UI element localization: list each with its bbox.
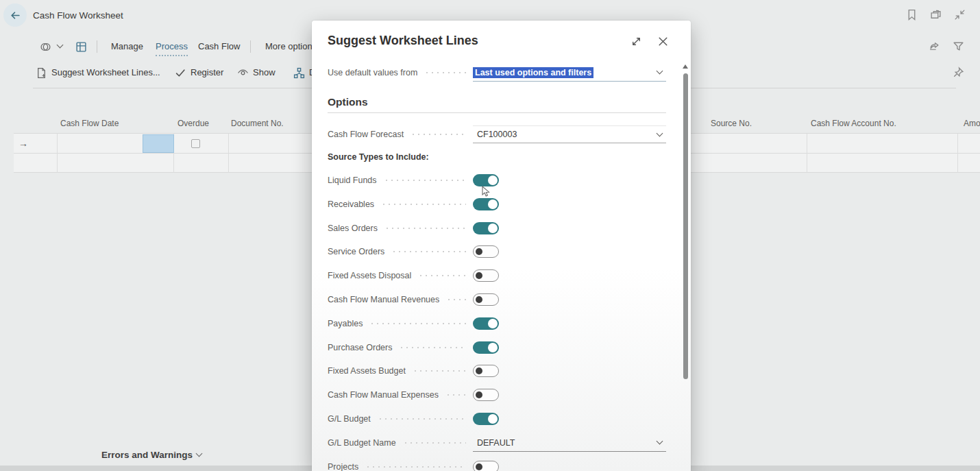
source-type-toggle-row: Receivables — [328, 193, 666, 216]
toggle-label: Fixed Assets Budget — [328, 366, 406, 376]
toggle-switch[interactable] — [473, 389, 499, 401]
field-label: Cash Flow Forecast — [328, 130, 404, 139]
mouse-cursor — [480, 186, 491, 198]
open-window-icon[interactable] — [930, 9, 942, 21]
toggle-switch[interactable] — [473, 198, 499, 210]
document-plus-icon — [36, 67, 47, 79]
toggle-switch[interactable] — [473, 341, 499, 354]
dotted-leader — [445, 394, 466, 396]
column-header-source-no[interactable]: Source No. — [711, 119, 752, 128]
dialog-title: Suggest Worksheet Lines — [328, 34, 478, 48]
source-type-toggle-row: Fixed Assets Disposal — [328, 264, 666, 287]
source-type-toggle-row: Sales Orders — [328, 217, 666, 240]
overdue-checkbox[interactable] — [191, 139, 200, 148]
dotted-leader — [413, 370, 466, 372]
source-type-toggle-row: Liquid Funds — [328, 169, 666, 192]
expand-dialog-icon[interactable] — [630, 36, 642, 47]
source-type-toggle-row: Projects — [328, 455, 666, 471]
toggle-label: Sales Orders — [328, 224, 378, 233]
toggle-switch[interactable] — [473, 174, 499, 186]
divider — [807, 134, 807, 173]
dotted-leader — [391, 251, 466, 252]
source-types-heading: Source Types to Include: — [328, 152, 429, 162]
dotted-leader — [381, 204, 466, 205]
field-label: Use default values from — [328, 68, 417, 77]
dotted-leader — [384, 228, 466, 229]
toggle-label: Fixed Assets Disposal — [328, 271, 411, 280]
close-icon[interactable] — [657, 36, 669, 47]
toggle-label: Service Orders — [328, 247, 384, 256]
chevron-down-icon — [657, 130, 663, 136]
source-type-toggle-row: Service Orders — [328, 240, 666, 263]
errors-and-warnings-toggle[interactable]: Errors and Warnings — [101, 450, 201, 460]
source-type-toggle-row: Payables — [328, 312, 666, 335]
source-type-toggle-row: Cash Flow Manual Expenses — [328, 383, 666, 407]
menu-item-more-options[interactable]: More options — [265, 39, 317, 54]
toggle-switch[interactable] — [473, 365, 499, 377]
chevron-down-icon — [657, 438, 663, 445]
divider — [250, 40, 251, 53]
dotted-leader — [446, 299, 466, 300]
column-header-cash-flow-account-no[interactable]: Cash Flow Account No. — [811, 119, 896, 128]
toggle-label: G/L Budget — [328, 414, 371, 424]
column-header-overdue[interactable]: Overdue — [177, 119, 209, 128]
divider — [97, 40, 97, 53]
cash-flow-forecast-row: Cash Flow Forecast CF100003 — [328, 123, 666, 145]
dotted-leader — [424, 72, 466, 73]
dotted-leader — [369, 323, 466, 324]
dropdown-value: DEFAULT — [473, 438, 515, 448]
check-icon — [175, 67, 186, 79]
menu-item-process[interactable]: Process — [156, 39, 188, 56]
active-row-indicator: → — [19, 138, 28, 149]
source-type-toggle-row: G/L Budget — [328, 407, 666, 431]
toggle-switch[interactable] — [473, 413, 499, 425]
bookmark-icon[interactable] — [906, 9, 918, 21]
chevron-down-icon — [196, 450, 203, 457]
suggest-worksheet-lines-button[interactable]: Suggest Worksheet Lines... — [36, 65, 160, 80]
dotted-leader — [418, 275, 466, 276]
divider — [328, 112, 666, 113]
toggle-switch[interactable] — [473, 293, 499, 306]
toggle-switch[interactable] — [473, 222, 499, 234]
divider — [57, 134, 58, 173]
use-default-values-dropdown[interactable]: Last used options and filters — [473, 64, 666, 82]
register-button[interactable]: Register — [175, 65, 223, 80]
toggle-switch[interactable] — [473, 245, 499, 258]
toggle-label: Liquid Funds — [328, 176, 377, 185]
toggle-label: Receivables — [328, 200, 374, 209]
divider — [228, 134, 229, 173]
scrollbar-thumb[interactable] — [683, 73, 688, 379]
page-title: Cash Flow Worksheet — [33, 10, 123, 21]
source-type-toggle-row: Cash Flow Manual Revenues — [328, 288, 666, 311]
toggle-label: Cash Flow Manual Revenues — [328, 295, 439, 304]
scrollbar-up-arrow[interactable] — [683, 64, 688, 69]
back-button[interactable] — [3, 3, 27, 27]
views-icon[interactable] — [40, 41, 51, 53]
toggle-label: Projects — [328, 462, 358, 471]
app-window: Cash Flow Worksheet Manage Process Cash … — [0, 0, 980, 471]
collapse-icon[interactable] — [954, 9, 966, 21]
menu-item-cash-flow[interactable]: Cash Flow — [198, 39, 240, 54]
column-header-cash-flow-date[interactable]: Cash Flow Date — [60, 119, 119, 128]
show-button[interactable]: Show — [237, 65, 275, 80]
menu-item-manage[interactable]: Manage — [111, 39, 143, 54]
analyze-grid-icon[interactable] — [75, 41, 87, 53]
column-header-document-no[interactable]: Document No. — [231, 119, 284, 128]
divider — [957, 134, 958, 173]
toggle-switch[interactable] — [473, 317, 499, 330]
source-type-toggle-row: Fixed Assets Budget — [328, 359, 666, 383]
chevron-down-icon — [657, 68, 663, 75]
chevron-down-icon[interactable] — [57, 42, 64, 49]
selected-cell[interactable] — [143, 134, 174, 153]
dropdown-value: CF100003 — [473, 130, 517, 139]
gl-budget-name-dropdown[interactable]: DEFAULT — [473, 434, 666, 452]
dotted-leader — [411, 134, 466, 135]
options-section-heading: Options — [328, 96, 368, 108]
cash-flow-forecast-dropdown[interactable]: CF100003 — [473, 125, 666, 143]
toggle-switch[interactable] — [473, 269, 499, 282]
field-label: G/L Budget Name — [328, 438, 396, 448]
dotted-leader — [384, 180, 466, 181]
toggle-switch[interactable] — [473, 461, 499, 471]
column-header-amount[interactable]: Amount — [964, 119, 980, 128]
suggest-worksheet-lines-dialog: Suggest Worksheet Lines Use default valu… — [312, 21, 691, 471]
